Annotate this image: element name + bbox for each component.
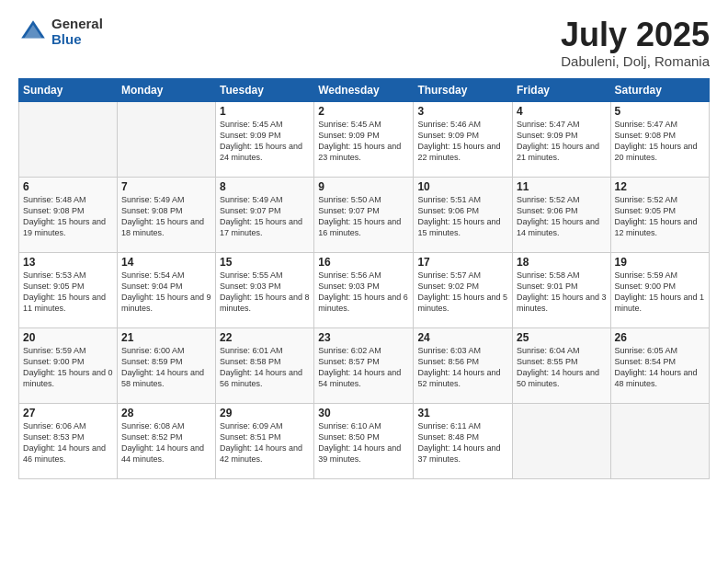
- cell-info: Sunrise: 5:45 AMSunset: 9:09 PMDaylight:…: [220, 119, 310, 164]
- calendar-cell: 7Sunrise: 5:49 AMSunset: 9:08 PMDaylight…: [117, 177, 215, 252]
- day-number: 9: [318, 180, 409, 193]
- calendar-cell: 27Sunrise: 6:06 AMSunset: 8:53 PMDayligh…: [19, 403, 118, 478]
- logo-blue: Blue: [51, 32, 103, 48]
- cell-info: Sunrise: 5:49 AMSunset: 9:08 PMDaylight:…: [121, 194, 211, 239]
- calendar-week-row: 27Sunrise: 6:06 AMSunset: 8:53 PMDayligh…: [19, 403, 710, 478]
- calendar-cell: 5Sunrise: 5:47 AMSunset: 9:08 PMDaylight…: [610, 101, 709, 177]
- calendar-cell: 31Sunrise: 6:11 AMSunset: 8:48 PMDayligh…: [414, 403, 513, 478]
- day-number: 12: [615, 180, 705, 193]
- day-number: 6: [23, 180, 113, 193]
- month-title: July 2025: [561, 17, 710, 53]
- calendar-cell: 21Sunrise: 6:00 AMSunset: 8:59 PMDayligh…: [117, 327, 215, 403]
- weekday-header: Thursday: [414, 78, 513, 101]
- cell-info: Sunrise: 5:48 AMSunset: 9:08 PMDaylight:…: [23, 194, 113, 239]
- cell-info: Sunrise: 6:00 AMSunset: 8:59 PMDaylight:…: [121, 345, 211, 390]
- calendar-cell: 30Sunrise: 6:10 AMSunset: 8:50 PMDayligh…: [314, 403, 414, 478]
- day-number: 31: [417, 407, 508, 419]
- day-number: 26: [615, 331, 705, 344]
- calendar: SundayMondayTuesdayWednesdayThursdayFrid…: [18, 78, 710, 479]
- title-block: July 2025 Dabuleni, Dolj, Romania: [561, 17, 710, 69]
- calendar-cell: 23Sunrise: 6:02 AMSunset: 8:57 PMDayligh…: [314, 327, 414, 403]
- calendar-cell: [610, 403, 709, 478]
- weekday-header: Tuesday: [216, 78, 314, 101]
- calendar-cell: 18Sunrise: 5:58 AMSunset: 9:01 PMDayligh…: [512, 252, 610, 327]
- day-number: 3: [417, 105, 508, 118]
- cell-info: Sunrise: 6:05 AMSunset: 8:54 PMDaylight:…: [615, 345, 705, 390]
- day-number: 7: [121, 180, 211, 193]
- day-number: 20: [23, 331, 113, 344]
- cell-info: Sunrise: 5:57 AMSunset: 9:02 PMDaylight:…: [417, 270, 508, 315]
- day-number: 17: [417, 256, 508, 269]
- cell-info: Sunrise: 5:51 AMSunset: 9:06 PMDaylight:…: [417, 194, 508, 239]
- cell-info: Sunrise: 6:08 AMSunset: 8:52 PMDaylight:…: [121, 420, 211, 465]
- cell-info: Sunrise: 6:02 AMSunset: 8:57 PMDaylight:…: [318, 345, 409, 390]
- day-number: 22: [220, 331, 310, 344]
- day-number: 25: [517, 331, 607, 344]
- cell-info: Sunrise: 6:11 AMSunset: 8:48 PMDaylight:…: [417, 420, 508, 465]
- cell-info: Sunrise: 6:09 AMSunset: 8:51 PMDaylight:…: [220, 420, 310, 465]
- calendar-cell: 29Sunrise: 6:09 AMSunset: 8:51 PMDayligh…: [216, 403, 314, 478]
- cell-info: Sunrise: 5:55 AMSunset: 9:03 PMDaylight:…: [220, 270, 310, 315]
- cell-info: Sunrise: 6:03 AMSunset: 8:56 PMDaylight:…: [417, 345, 508, 390]
- weekday-header: Saturday: [610, 78, 709, 101]
- calendar-cell: 20Sunrise: 5:59 AMSunset: 9:00 PMDayligh…: [19, 327, 118, 403]
- day-number: 1: [220, 105, 310, 118]
- calendar-cell: 13Sunrise: 5:53 AMSunset: 9:05 PMDayligh…: [19, 252, 118, 327]
- day-number: 24: [417, 331, 508, 344]
- calendar-cell: 9Sunrise: 5:50 AMSunset: 9:07 PMDaylight…: [314, 177, 414, 252]
- day-number: 15: [220, 256, 310, 269]
- calendar-cell: 17Sunrise: 5:57 AMSunset: 9:02 PMDayligh…: [414, 252, 513, 327]
- day-number: 29: [220, 407, 310, 419]
- calendar-cell: 16Sunrise: 5:56 AMSunset: 9:03 PMDayligh…: [314, 252, 414, 327]
- day-number: 5: [615, 105, 705, 118]
- day-number: 4: [517, 105, 607, 118]
- weekday-header-row: SundayMondayTuesdayWednesdayThursdayFrid…: [19, 78, 710, 101]
- weekday-header: Sunday: [19, 78, 118, 101]
- cell-info: Sunrise: 5:59 AMSunset: 9:00 PMDaylight:…: [23, 345, 113, 390]
- day-number: 14: [121, 256, 211, 269]
- calendar-cell: [117, 101, 215, 177]
- calendar-cell: 19Sunrise: 5:59 AMSunset: 9:00 PMDayligh…: [610, 252, 709, 327]
- calendar-cell: 2Sunrise: 5:45 AMSunset: 9:09 PMDaylight…: [314, 101, 414, 177]
- cell-info: Sunrise: 5:58 AMSunset: 9:01 PMDaylight:…: [517, 270, 607, 315]
- logo-general: General: [51, 17, 103, 32]
- logo: General Blue: [18, 17, 103, 47]
- day-number: 21: [121, 331, 211, 344]
- calendar-cell: 28Sunrise: 6:08 AMSunset: 8:52 PMDayligh…: [117, 403, 215, 478]
- day-number: 8: [220, 180, 310, 193]
- header: General Blue July 2025 Dabuleni, Dolj, R…: [18, 17, 710, 69]
- day-number: 18: [517, 256, 607, 269]
- calendar-week-row: 20Sunrise: 5:59 AMSunset: 9:00 PMDayligh…: [19, 327, 710, 403]
- day-number: 2: [318, 105, 409, 118]
- day-number: 19: [615, 256, 705, 269]
- page: General Blue July 2025 Dabuleni, Dolj, R…: [0, 0, 728, 563]
- calendar-cell: 15Sunrise: 5:55 AMSunset: 9:03 PMDayligh…: [216, 252, 314, 327]
- calendar-cell: 1Sunrise: 5:45 AMSunset: 9:09 PMDaylight…: [216, 101, 314, 177]
- calendar-cell: 3Sunrise: 5:46 AMSunset: 9:09 PMDaylight…: [414, 101, 513, 177]
- logo-icon: [18, 17, 48, 47]
- day-number: 13: [23, 256, 113, 269]
- weekday-header: Wednesday: [314, 78, 414, 101]
- day-number: 23: [318, 331, 409, 344]
- calendar-cell: 24Sunrise: 6:03 AMSunset: 8:56 PMDayligh…: [414, 327, 513, 403]
- day-number: 11: [517, 180, 607, 193]
- cell-info: Sunrise: 5:47 AMSunset: 9:08 PMDaylight:…: [615, 119, 705, 164]
- cell-info: Sunrise: 5:54 AMSunset: 9:04 PMDaylight:…: [121, 270, 211, 315]
- cell-info: Sunrise: 5:45 AMSunset: 9:09 PMDaylight:…: [318, 119, 409, 164]
- calendar-week-row: 13Sunrise: 5:53 AMSunset: 9:05 PMDayligh…: [19, 252, 710, 327]
- cell-info: Sunrise: 5:53 AMSunset: 9:05 PMDaylight:…: [23, 270, 113, 315]
- day-number: 30: [318, 407, 409, 419]
- day-number: 16: [318, 256, 409, 269]
- cell-info: Sunrise: 5:56 AMSunset: 9:03 PMDaylight:…: [318, 270, 409, 315]
- day-number: 27: [23, 407, 113, 419]
- calendar-cell: 26Sunrise: 6:05 AMSunset: 8:54 PMDayligh…: [610, 327, 709, 403]
- weekday-header: Friday: [512, 78, 610, 101]
- cell-info: Sunrise: 5:47 AMSunset: 9:09 PMDaylight:…: [517, 119, 607, 164]
- cell-info: Sunrise: 5:52 AMSunset: 9:05 PMDaylight:…: [615, 194, 705, 239]
- calendar-cell: 14Sunrise: 5:54 AMSunset: 9:04 PMDayligh…: [117, 252, 215, 327]
- calendar-week-row: 1Sunrise: 5:45 AMSunset: 9:09 PMDaylight…: [19, 101, 710, 177]
- day-number: 28: [121, 407, 211, 419]
- cell-info: Sunrise: 5:50 AMSunset: 9:07 PMDaylight:…: [318, 194, 409, 239]
- calendar-cell: 25Sunrise: 6:04 AMSunset: 8:55 PMDayligh…: [512, 327, 610, 403]
- cell-info: Sunrise: 5:52 AMSunset: 9:06 PMDaylight:…: [517, 194, 607, 239]
